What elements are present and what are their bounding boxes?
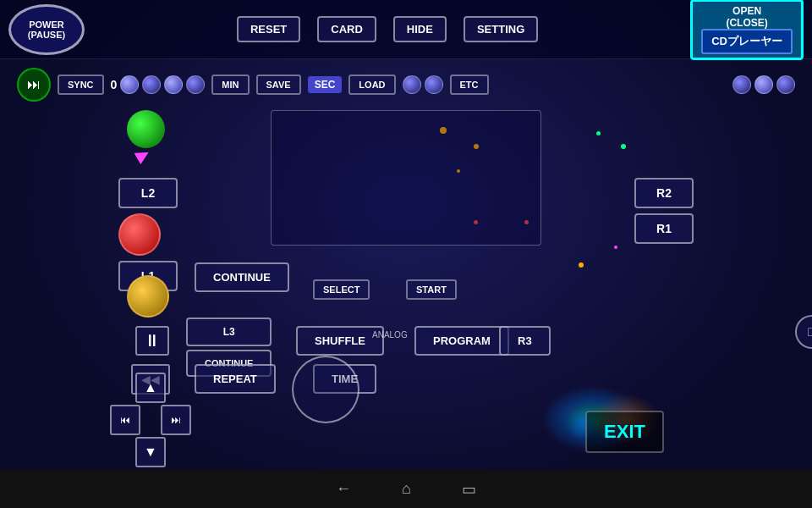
reset-button[interactable]: RESET — [237, 16, 300, 42]
ball-group-3 — [732, 75, 795, 94]
ball-1[interactable] — [120, 75, 139, 94]
program-area: PROGRAM — [414, 326, 509, 356]
repeat-button[interactable]: REPEAT — [195, 364, 276, 394]
open-button[interactable]: OPEN (CLOSE) CDプレーヤー — [690, 0, 804, 60]
repeat-area: REPEAT — [195, 364, 276, 394]
min-button[interactable]: MIN — [211, 75, 249, 95]
square-button[interactable]: □ — [795, 315, 812, 349]
shuffle-area: SHUFFLE — [296, 326, 384, 356]
nav-bar: ← ⌂ ▭ — [0, 470, 812, 508]
dpad-right[interactable]: ⏭ — [161, 405, 191, 435]
ball-4[interactable] — [186, 75, 205, 94]
r2-button[interactable]: R2 — [634, 178, 694, 208]
save-button[interactable]: SAVE — [256, 75, 301, 95]
dpad-left[interactable]: ⏮ — [110, 405, 140, 435]
power-button[interactable]: POWER (PAUSE) — [8, 4, 85, 55]
dpad-down[interactable]: ▼ — [135, 437, 166, 467]
l3-button[interactable]: L3 — [186, 318, 272, 346]
sync-button[interactable]: SYNC — [58, 75, 104, 95]
ball-7[interactable] — [732, 75, 751, 94]
ball-5[interactable] — [403, 75, 421, 94]
select-button[interactable]: SELECT — [313, 279, 370, 300]
start-button[interactable]: START — [406, 279, 457, 300]
ball-9[interactable] — [776, 75, 795, 94]
right-shoulder-area: R2 R1 — [634, 178, 694, 244]
dpad-up[interactable]: ▲ — [135, 373, 166, 403]
exit-button[interactable]: EXIT — [585, 411, 664, 453]
cd-display: CDプレーヤー — [701, 29, 793, 54]
back-nav-button[interactable]: ← — [336, 480, 351, 498]
ball-8[interactable] — [754, 75, 773, 94]
shuffle-button[interactable]: SHUFFLE — [296, 326, 384, 356]
main-area: ▶ L2 L1 CONTINUE ⏸ L3 CONTINUE SHUFFLE A… — [0, 110, 812, 470]
start-area: START — [406, 279, 457, 300]
etc-button[interactable]: ETC — [450, 75, 489, 95]
pause-button[interactable]: ⏸ — [135, 326, 169, 356]
ball-group-2 — [403, 75, 443, 94]
gold-ball[interactable] — [127, 275, 169, 318]
ball-3[interactable] — [164, 75, 183, 94]
green-ball[interactable] — [127, 110, 165, 148]
second-bar: ⏭ SYNC 0 MIN SAVE SEC LOAD ETC — [0, 59, 812, 110]
analog-label: ANALOG — [372, 330, 408, 340]
select-area: SELECT — [313, 279, 370, 300]
continue1-button[interactable]: CONTINUE — [195, 262, 289, 292]
r3-area: R3 — [499, 326, 551, 356]
red-ball-l2[interactable] — [118, 213, 161, 256]
center-display — [271, 110, 541, 246]
r1-button[interactable]: R1 — [634, 213, 694, 244]
recent-nav-button[interactable]: ▭ — [462, 480, 476, 499]
left-shoulder-area: L2 L1 — [118, 178, 178, 291]
r3-button[interactable]: R3 — [499, 326, 551, 356]
setting-button[interactable]: SETTING — [464, 16, 538, 42]
play-fast-forward[interactable]: ⏭ — [17, 68, 51, 102]
load-button[interactable]: LOAD — [348, 75, 395, 95]
top-bar: POWER (PAUSE) RESET CARD HIDE SETTING OP… — [0, 0, 812, 59]
continue1-area: CONTINUE — [195, 262, 289, 292]
large-circle-left[interactable] — [292, 356, 359, 423]
hide-button[interactable]: HIDE — [393, 16, 447, 42]
program-button[interactable]: PROGRAM — [414, 326, 509, 356]
ball-2[interactable] — [142, 75, 161, 94]
ball-group — [120, 75, 205, 94]
counter-area: 0 — [111, 75, 206, 94]
sec-badge: SEC — [308, 76, 343, 93]
ball-6[interactable] — [425, 75, 443, 94]
card-button[interactable]: CARD — [317, 16, 376, 42]
home-nav-button[interactable]: ⌂ — [402, 480, 411, 498]
l2-button[interactable]: L2 — [118, 178, 178, 208]
